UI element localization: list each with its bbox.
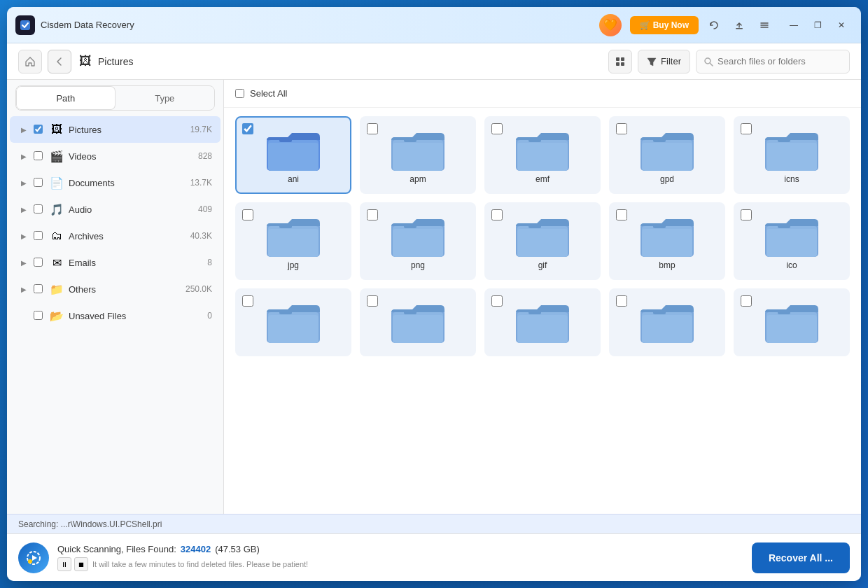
count-emails: 8 xyxy=(207,258,212,267)
file-card-png[interactable]: png xyxy=(360,202,476,280)
search-input[interactable] xyxy=(718,56,842,66)
file-checkbox-row3b[interactable] xyxy=(367,295,378,307)
file-checkbox-bmp[interactable] xyxy=(616,209,627,220)
file-card-apm[interactable]: apm xyxy=(360,116,476,194)
sidebar-item-audio[interactable]: ▶🎵Audio409 xyxy=(10,196,220,223)
svg-rect-7 xyxy=(616,62,620,66)
checkbox-archives[interactable] xyxy=(34,231,43,240)
icon-documents: 📄 xyxy=(49,175,64,190)
expand-icon-archives: ▶ xyxy=(18,230,29,241)
refresh-icon-button[interactable] xyxy=(704,15,724,35)
buy-now-button[interactable]: 🛒 Buy Now xyxy=(630,16,699,34)
label-others: Others xyxy=(69,284,181,295)
file-name-ani: ani xyxy=(288,174,299,184)
file-checkbox-gpd[interactable] xyxy=(616,123,627,134)
file-card-gpd[interactable]: gpd xyxy=(609,116,725,194)
file-grid-scroll[interactable]: ani apm emf gpd icns jpg png xyxy=(224,108,861,514)
bottom-bar: ⚡ Quick Scanning, Files Found: 324402 (4… xyxy=(7,533,861,581)
file-checkbox-png[interactable] xyxy=(367,209,378,220)
file-card-row3e[interactable] xyxy=(734,288,850,356)
file-name-jpg: jpg xyxy=(288,260,299,270)
checkbox-unsaved[interactable] xyxy=(34,311,43,320)
svg-rect-50 xyxy=(528,311,541,314)
file-checkbox-gif[interactable] xyxy=(491,209,503,220)
sidebar-items: ▶🖼Pictures19.7K▶🎬Videos828▶📄Documents13.… xyxy=(7,116,223,329)
select-all-checkbox[interactable] xyxy=(235,89,244,98)
app-title: Cisdem Data Recovery xyxy=(41,20,599,30)
menu-icon-button[interactable] xyxy=(755,15,774,35)
tab-path[interactable]: Path xyxy=(16,86,115,110)
file-name-emf: emf xyxy=(536,174,550,184)
file-card-ico[interactable]: ico xyxy=(734,202,850,280)
minimize-button[interactable]: — xyxy=(783,14,805,36)
file-checkbox-ani[interactable] xyxy=(242,123,253,134)
count-unsaved: 0 xyxy=(207,311,212,321)
file-card-row3c[interactable] xyxy=(484,288,601,356)
file-checkbox-row3c[interactable] xyxy=(491,295,503,307)
folder-icon-row3c xyxy=(514,298,570,344)
sidebar-item-documents[interactable]: ▶📄Documents13.7K xyxy=(10,169,220,196)
file-card-emf[interactable]: emf xyxy=(484,116,601,194)
back-button[interactable] xyxy=(48,50,71,74)
file-card-jpg[interactable]: jpg xyxy=(235,202,351,280)
svg-text:⚡: ⚡ xyxy=(28,560,33,565)
app-logo xyxy=(15,15,35,35)
checkbox-documents[interactable] xyxy=(34,178,43,187)
filter-button[interactable]: Filter xyxy=(638,50,690,74)
home-button[interactable] xyxy=(18,50,42,74)
svg-rect-20 xyxy=(528,139,541,142)
file-card-bmp[interactable]: bmp xyxy=(609,202,725,280)
checkbox-emails[interactable] xyxy=(34,258,43,267)
toolbar-right: Filter xyxy=(608,50,850,74)
sidebar-item-pictures[interactable]: ▶🖼Pictures19.7K xyxy=(10,116,220,143)
svg-rect-14 xyxy=(279,139,292,142)
stop-button[interactable]: ⏹ xyxy=(74,557,88,571)
file-card-row3a[interactable] xyxy=(235,288,351,356)
sidebar-item-emails[interactable]: ▶✉Emails8 xyxy=(10,249,220,276)
search-box[interactable] xyxy=(696,50,850,74)
toolbar: 🖼 Pictures Filter xyxy=(7,43,861,80)
file-card-row3b[interactable] xyxy=(360,288,476,356)
status-bar: Searching: ...r\Windows.UI.PCShell.pri xyxy=(7,514,861,533)
scan-controls: ⏸ ⏹ xyxy=(57,557,88,571)
close-button[interactable]: ✕ xyxy=(830,14,853,36)
sidebar-item-videos[interactable]: ▶🎬Videos828 xyxy=(10,143,220,169)
label-documents: Documents xyxy=(69,178,186,188)
file-checkbox-row3e[interactable] xyxy=(741,295,752,307)
pause-button[interactable]: ⏸ xyxy=(57,557,71,571)
file-name-ico: ico xyxy=(786,260,797,270)
file-card-icns[interactable]: icns xyxy=(734,116,850,194)
file-checkbox-row3a[interactable] xyxy=(242,295,253,307)
file-checkbox-apm[interactable] xyxy=(367,123,378,134)
tab-type[interactable]: Type xyxy=(115,86,215,110)
folder-icon-emf xyxy=(514,126,570,172)
sidebar-item-unsaved[interactable]: 📂Unsaved Files0 xyxy=(10,302,220,329)
checkbox-videos[interactable] xyxy=(34,151,43,160)
checkbox-others[interactable] xyxy=(34,284,43,293)
upload-icon-button[interactable] xyxy=(729,15,749,35)
file-card-gif[interactable]: gif xyxy=(484,202,601,280)
maximize-button[interactable]: ❐ xyxy=(806,14,829,36)
select-all-bar: Select All xyxy=(224,80,861,108)
grid-view-button[interactable] xyxy=(608,50,632,74)
file-card-ani[interactable]: ani xyxy=(235,116,351,194)
file-checkbox-emf[interactable] xyxy=(491,123,503,134)
file-checkbox-row3d[interactable] xyxy=(616,295,627,307)
sidebar-item-others[interactable]: ▶📁Others250.0K xyxy=(10,276,220,302)
checkbox-audio[interactable] xyxy=(34,204,43,214)
main-content: Path Type ▶🖼Pictures19.7K▶🎬Videos828▶📄Do… xyxy=(7,80,861,514)
recover-all-button[interactable]: Recover All ... xyxy=(752,542,850,573)
folder-icon-png xyxy=(390,212,446,258)
select-all-label: Select All xyxy=(250,88,287,99)
svg-rect-17 xyxy=(404,139,416,142)
file-checkbox-icns[interactable] xyxy=(741,123,752,134)
refresh-icon xyxy=(709,20,719,30)
checkbox-pictures[interactable] xyxy=(34,125,43,134)
folder-icon-ani xyxy=(265,126,321,172)
svg-rect-56 xyxy=(778,311,790,314)
file-card-row3d[interactable] xyxy=(609,288,725,356)
file-checkbox-jpg[interactable] xyxy=(242,209,253,220)
file-checkbox-ico[interactable] xyxy=(741,209,752,220)
sidebar-item-archives[interactable]: ▶🗂Archives40.3K xyxy=(10,223,220,249)
icon-audio: 🎵 xyxy=(49,202,64,217)
